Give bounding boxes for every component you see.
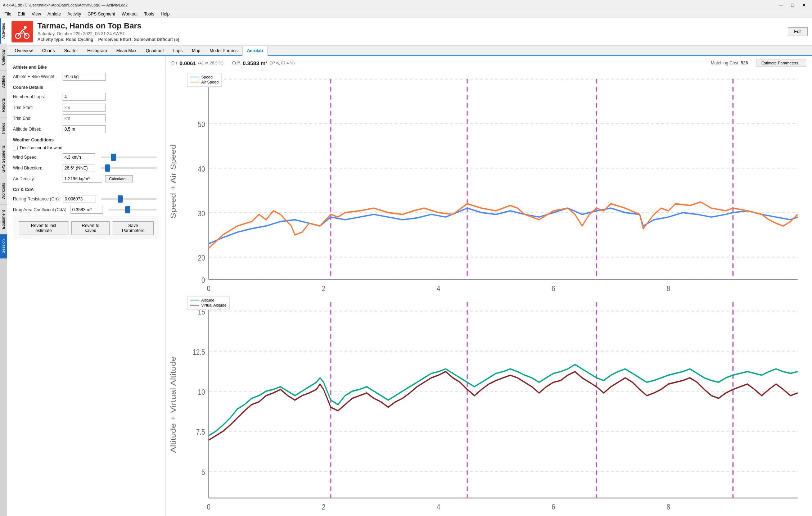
sidebar-item-workouts[interactable]: Workouts bbox=[0, 178, 7, 205]
tab-charts[interactable]: Charts bbox=[37, 46, 59, 55]
calculate-button[interactable]: Calculate... bbox=[105, 175, 133, 182]
tab-laps[interactable]: Laps bbox=[168, 46, 187, 55]
crr-cda-section-title: Crr & CdA bbox=[13, 187, 159, 192]
sidebar-item-reports[interactable]: Reports bbox=[0, 93, 7, 118]
altitude-legend-item: Altitude bbox=[190, 298, 226, 302]
wind-direction-input[interactable] bbox=[63, 164, 95, 172]
crr-stat-label: Crr bbox=[171, 60, 177, 65]
virtual-altitude-legend-label: Virtual Altitude bbox=[201, 303, 226, 307]
altitude-offset-input[interactable] bbox=[63, 125, 106, 133]
tab-mean-max[interactable]: Mean Max bbox=[112, 46, 141, 55]
tab-quadrant[interactable]: Quadrant bbox=[141, 46, 168, 55]
num-laps-input[interactable] bbox=[63, 93, 106, 101]
wind-speed-input[interactable] bbox=[63, 153, 95, 161]
menu-edit[interactable]: Edit bbox=[15, 11, 28, 17]
speed-legend-line bbox=[190, 77, 199, 77]
menu-gps-segment[interactable]: GPS Segment bbox=[85, 11, 118, 17]
trim-start-input[interactable] bbox=[63, 104, 106, 112]
air-speed-legend-label: Air Speed bbox=[201, 80, 218, 84]
menu-tools[interactable]: Tools bbox=[141, 11, 157, 17]
cda-stat-value: 0.3583 m² bbox=[243, 60, 267, 66]
air-density-label: Air Density: bbox=[13, 176, 60, 181]
sidebar-item-trends[interactable]: Trends bbox=[0, 118, 7, 140]
athlete-weight-input[interactable] bbox=[63, 73, 106, 81]
menu-help[interactable]: Help bbox=[158, 11, 172, 17]
maximize-button[interactable]: □ bbox=[788, 1, 798, 9]
wind-direction-label: Wind Direction: bbox=[13, 166, 60, 171]
perceived-effort-value: Somewhat Difficult (5) bbox=[134, 37, 179, 42]
num-laps-label: Number of Laps: bbox=[13, 94, 60, 99]
rolling-resistance-label: Rolling Resistance (Crr): bbox=[13, 196, 60, 202]
perceived-effort-label: Perceived Effort: bbox=[98, 37, 133, 42]
matching-cost-value: 526 bbox=[741, 60, 748, 65]
app-container: Activities Calendar Athlete Reports Tren… bbox=[0, 18, 812, 516]
speed-legend-item: Speed bbox=[190, 75, 218, 79]
wind-speed-slider-thumb[interactable] bbox=[111, 154, 116, 161]
svg-text:12.5: 12.5 bbox=[193, 347, 205, 356]
virtual-altitude-legend-item: Virtual Altitude bbox=[190, 303, 226, 307]
svg-text:Altitude + Virtual Altitude: Altitude + Virtual Altitude bbox=[169, 356, 177, 453]
stats-header: Crr 0.0061 (41 w, 28.5 %) CdA 0.3583 m² … bbox=[166, 56, 812, 70]
sidebar-item-session[interactable]: Session bbox=[0, 234, 7, 259]
cda-stat-detail: (97 w, 67.4 %) bbox=[270, 61, 295, 65]
revert-saved-button[interactable]: Revert to saved bbox=[71, 221, 109, 235]
wind-direction-slider-thumb[interactable] bbox=[105, 164, 110, 172]
menu-activity[interactable]: Activity bbox=[64, 11, 84, 17]
activity-date: Saturday, October 22th 2022, 06:31:24 AW… bbox=[37, 31, 179, 36]
altitude-chart-svg: Altitude + Virtual Altitude bbox=[166, 293, 812, 516]
svg-text:0: 0 bbox=[202, 276, 205, 284]
tab-model-params[interactable]: Model Params bbox=[205, 46, 242, 55]
svg-text:0: 0 bbox=[207, 284, 211, 293]
activity-type-value: Road Cycling bbox=[66, 37, 94, 42]
window-controls: ─ □ ✕ bbox=[776, 1, 809, 9]
minimize-button[interactable]: ─ bbox=[776, 1, 786, 9]
trim-end-input[interactable] bbox=[63, 114, 106, 122]
crr-slider-track bbox=[101, 198, 157, 200]
tab-aerolab[interactable]: Aerolab bbox=[242, 46, 268, 56]
menu-file[interactable]: File bbox=[1, 11, 14, 17]
tab-overview[interactable]: Overview bbox=[10, 46, 37, 55]
edit-button[interactable]: Edit bbox=[788, 27, 808, 36]
sidebar-item-activities[interactable]: Activities bbox=[0, 18, 7, 44]
svg-text:20: 20 bbox=[198, 254, 205, 262]
tab-map[interactable]: Map bbox=[187, 46, 205, 55]
crr-stat-detail: (41 w, 28.5 %) bbox=[198, 61, 224, 65]
cda-slider-thumb[interactable] bbox=[125, 206, 130, 213]
menu-workout[interactable]: Workout bbox=[119, 11, 140, 17]
header-area: Tarmac, Hands on Top Bars Saturday, Octo… bbox=[7, 18, 812, 46]
svg-text:0: 0 bbox=[207, 502, 211, 511]
menu-athlete[interactable]: Athlete bbox=[45, 11, 64, 17]
activity-info: Tarmac, Hands on Top Bars Saturday, Octo… bbox=[37, 21, 179, 42]
svg-text:7.5: 7.5 bbox=[196, 427, 205, 436]
sidebar-item-calendar[interactable]: Calendar bbox=[0, 44, 7, 71]
tab-scatter[interactable]: Scatter bbox=[59, 46, 82, 55]
wind-speed-label: Wind Speed: bbox=[13, 155, 60, 160]
tab-histogram[interactable]: Histogram bbox=[82, 46, 112, 55]
speed-chart-svg: Speed + Air Speed bbox=[166, 70, 812, 293]
close-button[interactable]: ✕ bbox=[799, 1, 809, 9]
svg-point-0 bbox=[24, 26, 27, 29]
menu-view[interactable]: View bbox=[29, 11, 44, 17]
save-params-button[interactable]: Save Parameters bbox=[113, 221, 154, 235]
crr-slider-thumb[interactable] bbox=[118, 195, 123, 203]
svg-text:4: 4 bbox=[437, 502, 440, 511]
sidebar-item-equipment[interactable]: Equipment bbox=[0, 205, 7, 235]
svg-text:2: 2 bbox=[322, 502, 325, 511]
sidebar-item-gps-segments[interactable]: GPS Segments bbox=[0, 140, 7, 178]
speed-legend-label: Speed bbox=[201, 75, 213, 79]
sidebar-item-athlete[interactable]: Athlete bbox=[0, 71, 7, 93]
svg-text:2: 2 bbox=[322, 284, 325, 293]
estimate-params-button[interactable]: Estimate Parameters... bbox=[757, 59, 806, 67]
cda-stat-label: CdA bbox=[232, 60, 240, 65]
activity-type-label: Activity type: bbox=[37, 37, 64, 42]
drag-area-input[interactable] bbox=[71, 206, 103, 214]
air-density-input[interactable] bbox=[63, 175, 102, 183]
svg-rect-8 bbox=[166, 70, 812, 293]
athlete-weight-row: Athlete + Bike Weight: bbox=[13, 73, 159, 81]
svg-text:4: 4 bbox=[437, 284, 440, 293]
rolling-resistance-input[interactable] bbox=[63, 195, 95, 203]
dont-account-wind-checkbox[interactable] bbox=[13, 146, 18, 150]
dont-account-wind-label: Don't account for wind bbox=[20, 145, 62, 150]
side-nav: Activities Calendar Athlete Reports Tren… bbox=[0, 18, 7, 516]
revert-estimate-button[interactable]: Revert to last estimate bbox=[19, 221, 68, 235]
